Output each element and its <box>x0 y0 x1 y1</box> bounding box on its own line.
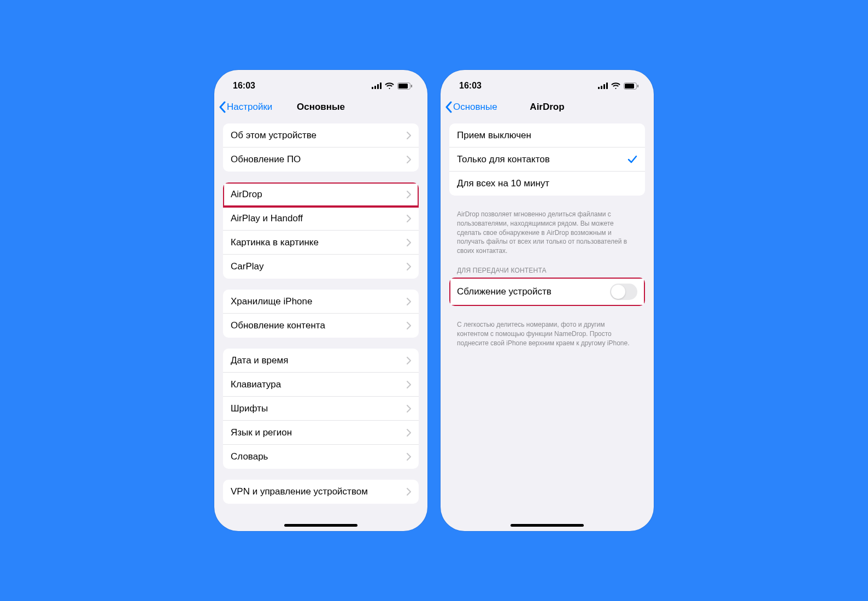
battery-icon <box>624 83 638 90</box>
settings-row[interactable]: AirPlay и Handoff <box>223 207 419 231</box>
wifi-icon <box>385 83 394 89</box>
settings-row[interactable]: Для всех на 10 минут <box>449 172 645 196</box>
chevron-right-icon <box>407 156 411 163</box>
chevron-left-icon <box>219 101 226 113</box>
settings-row[interactable]: Только для контактов <box>449 148 645 172</box>
settings-group: Прием выключенТолько для контактовДля вс… <box>449 123 645 196</box>
back-button[interactable]: Основные <box>445 101 497 113</box>
settings-group: VPN и управление устройством <box>223 480 419 504</box>
section-footer: С легкостью делитесь номерами, фото и др… <box>449 317 645 347</box>
settings-group: Сближение устройств <box>449 278 645 306</box>
wifi-icon <box>611 83 620 89</box>
settings-row[interactable]: Обновление контента <box>223 314 419 338</box>
status-time: 16:03 <box>233 81 255 91</box>
section-header: ДЛЯ ПЕРЕДАЧИ КОНТЕНТА <box>449 267 645 278</box>
settings-row[interactable]: Прием выключен <box>449 123 645 148</box>
settings-row[interactable]: Язык и регион <box>223 421 419 445</box>
row-label: Словарь <box>231 451 268 462</box>
settings-group: Дата и времяКлавиатураШрифтыЯзык и регио… <box>223 349 419 469</box>
row-label: VPN и управление устройством <box>231 486 368 497</box>
status-time: 16:03 <box>459 81 482 91</box>
row-label: Для всех на 10 минут <box>457 178 549 189</box>
settings-group: Хранилище iPhoneОбновление контента <box>223 290 419 338</box>
chevron-right-icon <box>407 488 411 496</box>
svg-rect-8 <box>601 86 602 89</box>
status-icons <box>372 83 412 90</box>
nav-bar: Настройки Основные <box>214 95 427 119</box>
row-label: AirDrop <box>231 189 262 200</box>
svg-rect-0 <box>372 87 373 89</box>
settings-row[interactable]: Хранилище iPhone <box>223 290 419 314</box>
chevron-right-icon <box>407 357 411 364</box>
status-bar: 16:03 <box>214 70 427 95</box>
row-label: Клавиатура <box>231 379 281 390</box>
chevron-right-icon <box>407 322 411 329</box>
settings-row[interactable]: Сближение устройств <box>449 278 645 306</box>
phone-general-settings: 16:03 Настройки Основные Об этом устройс… <box>214 70 427 531</box>
cellular-icon <box>372 83 382 89</box>
row-label: CarPlay <box>231 261 263 272</box>
settings-row[interactable]: CarPlay <box>223 255 419 279</box>
settings-row[interactable]: Картинка в картинке <box>223 231 419 255</box>
chevron-right-icon <box>407 405 411 413</box>
svg-rect-6 <box>411 85 412 87</box>
svg-rect-2 <box>377 84 379 89</box>
row-label: Обновление ПО <box>231 154 301 165</box>
row-label: Дата и время <box>231 355 288 366</box>
back-button[interactable]: Настройки <box>219 101 272 113</box>
back-label: Настройки <box>227 102 272 113</box>
back-label: Основные <box>453 102 497 113</box>
row-label: Шрифты <box>231 403 268 414</box>
cellular-icon <box>598 83 608 89</box>
chevron-left-icon <box>445 101 452 113</box>
row-label: Только для контактов <box>457 154 550 165</box>
svg-rect-12 <box>625 84 634 89</box>
settings-row[interactable]: Шрифты <box>223 397 419 421</box>
svg-rect-13 <box>637 85 638 87</box>
svg-rect-9 <box>603 84 605 89</box>
row-label: Сближение устройств <box>457 286 552 297</box>
chevron-right-icon <box>407 239 411 246</box>
status-bar: 16:03 <box>441 70 654 95</box>
row-label: AirPlay и Handoff <box>231 213 303 224</box>
home-indicator[interactable] <box>284 524 357 527</box>
row-label: Хранилище iPhone <box>231 296 312 307</box>
row-label: Картинка в картинке <box>231 237 319 248</box>
checkmark-icon <box>627 155 637 164</box>
svg-rect-7 <box>598 87 600 89</box>
settings-list[interactable]: Об этом устройствеОбновление ПОAirDropAi… <box>214 119 427 531</box>
settings-group: AirDropAirPlay и HandoffКартинка в карти… <box>223 182 419 279</box>
svg-rect-3 <box>380 83 382 89</box>
chevron-right-icon <box>407 215 411 222</box>
chevron-right-icon <box>407 263 411 270</box>
settings-row[interactable]: Дата и время <box>223 349 419 373</box>
chevron-right-icon <box>407 191 411 198</box>
settings-group: Об этом устройствеОбновление ПО <box>223 123 419 172</box>
toggle-switch[interactable] <box>610 284 637 300</box>
settings-row[interactable]: Обновление ПО <box>223 148 419 172</box>
row-label: Об этом устройстве <box>231 130 316 141</box>
chevron-right-icon <box>407 429 411 437</box>
phone-airdrop-settings: 16:03 Основные AirDrop Прием выключенТол… <box>441 70 654 531</box>
row-label: Язык и регион <box>231 427 292 438</box>
settings-row[interactable]: Клавиатура <box>223 373 419 397</box>
nav-bar: Основные AirDrop <box>441 95 654 119</box>
row-label: Обновление контента <box>231 320 325 331</box>
status-icons <box>598 83 638 90</box>
chevron-right-icon <box>407 381 411 388</box>
settings-row[interactable]: VPN и управление устройством <box>223 480 419 504</box>
settings-row[interactable]: Словарь <box>223 445 419 469</box>
chevron-right-icon <box>407 453 411 461</box>
home-indicator[interactable] <box>511 524 584 527</box>
section-footer: AirDrop позволяет мгновенно делиться фай… <box>449 207 645 256</box>
svg-rect-5 <box>398 84 408 89</box>
svg-rect-10 <box>606 83 608 89</box>
svg-rect-1 <box>374 86 376 89</box>
settings-row[interactable]: Об этом устройстве <box>223 123 419 148</box>
settings-row[interactable]: AirDrop <box>223 182 419 207</box>
page-title: AirDrop <box>530 102 564 113</box>
settings-list[interactable]: Прием выключенТолько для контактовДля вс… <box>441 119 654 531</box>
page-title: Основные <box>297 102 345 113</box>
battery-icon <box>397 83 412 90</box>
chevron-right-icon <box>407 132 411 139</box>
